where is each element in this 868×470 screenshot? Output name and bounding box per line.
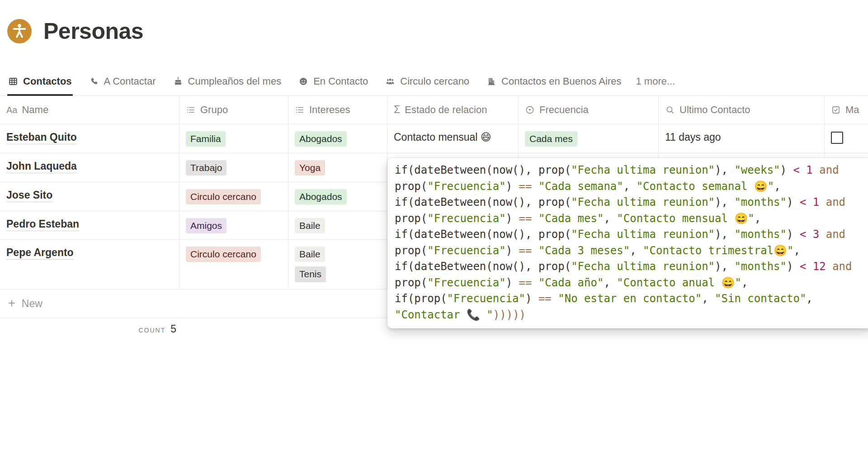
intereses-cell[interactable]: BaileTenis <box>288 240 387 289</box>
building-icon <box>486 76 496 86</box>
column-label: Ultimo Contacto <box>679 104 750 116</box>
intereses-cell[interactable]: Abogados <box>288 124 387 153</box>
tag-baile[interactable]: Baile <box>295 247 325 262</box>
column-header-frecuencia[interactable]: Frecuencia <box>519 96 659 124</box>
column-header-estado-de-relacion[interactable]: ΣEstado de relacion <box>387 96 519 124</box>
tab-label: A Contactar <box>104 76 156 87</box>
tab-a-contactar[interactable]: A Contactar <box>89 67 156 95</box>
formula-line: if(dateBetween(now(), prop("Fecha ultima… <box>395 259 867 275</box>
text-icon: Aa <box>6 104 17 116</box>
column-label: Frecuencia <box>539 104 589 116</box>
table-header: AaNameGrupoInteresesΣEstado de relacionF… <box>0 96 868 124</box>
column-label: Estado de relacion <box>405 104 487 116</box>
tab-label: Contactos en Buenos Aires <box>501 76 621 87</box>
intereses-cell[interactable]: Yoga <box>288 153 387 182</box>
phone-icon <box>89 76 99 86</box>
column-header-name[interactable]: AaName <box>0 96 179 124</box>
intereses-cell[interactable]: Abogados <box>288 182 387 211</box>
page-title[interactable]: Personas <box>43 18 143 44</box>
tag-familia[interactable]: Familia <box>186 131 226 147</box>
checkbox-cell[interactable] <box>825 124 868 153</box>
ultimo-contacto-cell[interactable]: 11 days ago <box>659 124 825 153</box>
formula-line: prop("Frecuencia") == "Cada año", "Conta… <box>395 275 867 291</box>
row-page-link[interactable]: John Laqueda <box>6 160 77 173</box>
tab-1-more-[interactable]: 1 more... <box>636 67 675 95</box>
formula-tooltip-code: if(dateBetween(now(), prop("Fecha ultima… <box>395 162 867 323</box>
tab-label: Circulo cercano <box>400 76 469 87</box>
formula-line: if(dateBetween(now(), prop("Fecha ultima… <box>395 227 867 243</box>
grupo-cell[interactable]: Circulo cercano <box>179 240 288 289</box>
view-tabs: ContactosA ContactarCumpleaños del mesEn… <box>0 67 868 96</box>
formula-line: prop("Frecuencia") == "Cada semana", "Co… <box>395 179 867 195</box>
count-aggregate[interactable]: COUNT 5 <box>0 323 176 335</box>
tab-label: 1 more... <box>636 76 675 87</box>
row-page-link[interactable]: Jose Sito <box>6 189 52 202</box>
cake-icon <box>173 76 183 86</box>
column-label: Ma <box>845 104 859 116</box>
formula-line: prop("Frecuencia") == "Cada 3 meses", "C… <box>395 243 867 259</box>
formula-line: prop("Frecuencia") == "Cada mes", "Conta… <box>395 211 867 227</box>
tab-cumplea-os-del-mes[interactable]: Cumpleaños del mes <box>173 67 282 95</box>
people-icon <box>385 76 395 86</box>
name-cell[interactable]: Pepe Argento <box>0 240 179 289</box>
grupo-cell[interactable]: Trabajo <box>179 153 288 182</box>
column-label: Name <box>22 104 48 116</box>
tab-label: Cumpleaños del mes <box>188 76 282 87</box>
name-cell[interactable]: Pedro Esteban <box>0 211 179 239</box>
estado-cell[interactable]: Contacto mensual 😄 <box>387 124 519 153</box>
grupo-cell[interactable]: Familia <box>179 124 288 153</box>
column-label: Intereses <box>309 104 350 116</box>
accessibility-icon[interactable] <box>7 19 32 43</box>
tag-circulo-cercano[interactable]: Circulo cercano <box>186 189 261 204</box>
row-page-link[interactable]: Pepe Argento <box>6 247 74 260</box>
new-row-label: New <box>22 298 42 310</box>
tag-baile[interactable]: Baile <box>295 218 325 233</box>
column-label: Grupo <box>200 104 228 116</box>
grupo-cell[interactable]: Amigos <box>179 211 288 239</box>
formula-line: if(dateBetween(now(), prop("Fecha ultima… <box>395 162 867 179</box>
column-header-intereses[interactable]: Intereses <box>288 96 387 124</box>
tag-circulo-cercano[interactable]: Circulo cercano <box>186 247 261 262</box>
row-page-link[interactable]: Esteban Quito <box>6 131 77 144</box>
tag-cada-mes[interactable]: Cada mes <box>525 131 577 147</box>
tab-contactos[interactable]: Contactos <box>8 67 72 95</box>
intereses-cell[interactable]: Baile <box>288 211 387 239</box>
tag-yoga[interactable]: Yoga <box>295 160 325 176</box>
page-header: Personas <box>7 18 143 44</box>
tab-label: En Contacto <box>313 76 368 87</box>
tag-trabajo[interactable]: Trabajo <box>186 160 226 176</box>
column-header-grupo[interactable]: Grupo <box>179 96 288 124</box>
tag-abogados[interactable]: Abogados <box>295 131 347 147</box>
tag-amigos[interactable]: Amigos <box>186 218 226 233</box>
search-icon <box>665 105 675 115</box>
column-header-ultimo-contacto[interactable]: Ultimo Contacto <box>659 96 825 124</box>
frecuencia-cell[interactable]: Cada mes <box>519 124 659 153</box>
name-cell[interactable]: Esteban Quito <box>0 124 179 153</box>
list-icon <box>295 105 305 115</box>
row-checkbox-unchecked[interactable] <box>831 132 843 144</box>
column-header-ma[interactable]: Ma <box>825 96 868 124</box>
count-value: 5 <box>170 323 176 335</box>
checkbox-icon <box>831 105 841 115</box>
row-page-link[interactable]: Pedro Esteban <box>6 218 79 231</box>
name-cell[interactable]: Jose Sito <box>0 182 179 211</box>
formula-line: if(dateBetween(now(), prop("Fecha ultima… <box>395 195 867 211</box>
notion-page: Personas ContactosA ContactarCumpleaños … <box>0 0 868 470</box>
smiley-icon <box>298 76 308 86</box>
table-icon <box>8 76 18 86</box>
select-icon <box>525 105 535 115</box>
plus-icon: + <box>8 297 15 310</box>
formula-line: if(prop("Frecuencia") == "No estar en co… <box>395 291 867 307</box>
name-cell[interactable]: John Laqueda <box>0 153 179 182</box>
count-label: COUNT <box>138 327 165 334</box>
tab-label: Contactos <box>23 76 72 87</box>
tag-tenis[interactable]: Tenis <box>295 266 326 282</box>
tab-en-contacto[interactable]: En Contacto <box>298 67 368 95</box>
formula-line: "Contactar 📞 "))))) <box>395 307 867 323</box>
table-row: Esteban QuitoFamiliaAbogadosContacto men… <box>0 124 868 153</box>
tag-abogados[interactable]: Abogados <box>295 189 347 204</box>
formula-tooltip: if(dateBetween(now(), prop("Fecha ultima… <box>387 158 868 328</box>
tab-circulo-cercano[interactable]: Circulo cercano <box>385 67 469 95</box>
tab-contactos-en-buenos-aires[interactable]: Contactos en Buenos Aires <box>486 67 621 95</box>
grupo-cell[interactable]: Circulo cercano <box>179 182 288 211</box>
